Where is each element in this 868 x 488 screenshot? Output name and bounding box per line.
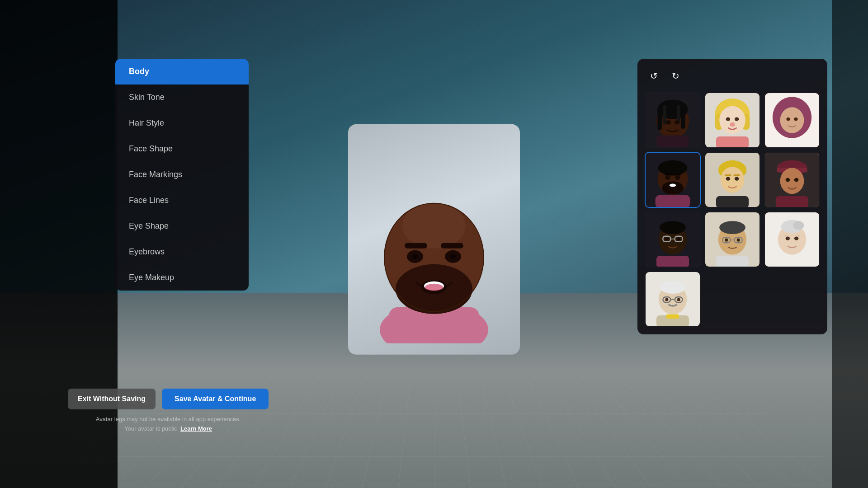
svg-point-70 — [660, 221, 686, 234]
svg-point-94 — [660, 281, 686, 294]
avatar-preset-9[interactable] — [764, 211, 820, 267]
svg-point-84 — [737, 239, 740, 242]
menu-item-eyebrows[interactable]: Eyebrows — [115, 239, 249, 265]
menu-item-eye-shape[interactable]: Eye Shape — [115, 213, 249, 239]
svg-point-5 — [402, 203, 466, 249]
svg-rect-27 — [656, 136, 689, 147]
avatar-preset-5[interactable] — [704, 152, 760, 208]
svg-point-46 — [665, 175, 670, 180]
svg-point-39 — [780, 107, 804, 133]
svg-point-16 — [425, 284, 443, 291]
menu-item-face-shape[interactable]: Face Shape — [115, 136, 249, 162]
svg-point-40 — [786, 117, 790, 121]
svg-point-79 — [719, 221, 745, 234]
svg-rect-59 — [733, 174, 740, 176]
menu-item-face-lines[interactable]: Face Lines — [115, 188, 249, 213]
svg-rect-52 — [656, 195, 690, 207]
svg-rect-22 — [663, 105, 666, 124]
avatar-preset-4[interactable] — [645, 152, 701, 208]
disclaimer-text: Avatar legs may not be available in all … — [96, 415, 241, 434]
menu-item-face-markings[interactable]: Face Markings — [115, 162, 249, 188]
avatar-preset-2[interactable] — [704, 92, 760, 148]
svg-rect-67 — [776, 196, 808, 207]
svg-rect-21 — [657, 108, 662, 130]
avatar-preset-10[interactable] — [645, 271, 701, 327]
svg-point-11 — [450, 254, 456, 259]
svg-rect-36 — [716, 136, 749, 147]
avatar-preset-8[interactable] — [704, 211, 760, 267]
svg-rect-48 — [665, 174, 672, 176]
svg-point-90 — [786, 236, 790, 240]
redo-button[interactable]: ↻ — [668, 69, 683, 83]
menu-item-eye-makeup[interactable]: Eye Makeup — [115, 265, 249, 291]
svg-point-55 — [721, 167, 745, 193]
avatar-preview — [348, 124, 520, 355]
svg-point-57 — [735, 177, 739, 180]
svg-point-32 — [719, 106, 745, 134]
svg-point-34 — [735, 117, 739, 121]
svg-point-74 — [665, 237, 668, 240]
avatar-preset-6[interactable] — [764, 152, 820, 208]
menu-item-skin-tone[interactable]: Skin Tone — [115, 84, 249, 110]
avatar-illustration — [362, 136, 506, 343]
avatar-grid — [645, 92, 820, 327]
svg-rect-6 — [405, 243, 427, 249]
svg-point-91 — [794, 236, 799, 240]
avatar-grid-panel: ↺ ↻ — [637, 59, 827, 334]
svg-point-44 — [658, 160, 688, 176]
svg-point-64 — [780, 168, 804, 194]
svg-point-47 — [675, 175, 680, 180]
bottom-action-area: Exit Without Saving Save Avatar & Contin… — [68, 389, 269, 434]
svg-point-26 — [675, 120, 680, 125]
svg-rect-60 — [716, 196, 749, 207]
svg-point-56 — [726, 177, 731, 180]
svg-point-83 — [725, 239, 728, 242]
menu-item-hair-style[interactable]: Hair Style — [115, 110, 249, 136]
svg-point-66 — [794, 178, 799, 182]
svg-point-9 — [412, 254, 418, 259]
svg-rect-7 — [441, 243, 463, 249]
svg-rect-85 — [716, 256, 749, 267]
svg-point-98 — [665, 298, 668, 301]
menu-item-body[interactable]: Body — [115, 59, 249, 84]
svg-rect-58 — [725, 174, 731, 176]
grid-toolbar: ↺ ↻ — [645, 66, 820, 86]
undo-button[interactable]: ↺ — [646, 69, 661, 83]
svg-rect-49 — [673, 174, 681, 176]
learn-more-link[interactable]: Learn More — [180, 425, 212, 432]
svg-point-35 — [730, 122, 735, 127]
exit-button[interactable]: Exit Without Saving — [68, 389, 156, 409]
avatar-preset-7[interactable] — [645, 211, 701, 267]
button-row: Exit Without Saving Save Avatar & Contin… — [68, 389, 269, 409]
svg-point-25 — [665, 120, 671, 125]
disclaimer-line1: Avatar legs may not be available in all … — [96, 415, 241, 424]
svg-point-75 — [677, 237, 680, 240]
svg-point-13 — [436, 267, 443, 276]
svg-point-33 — [726, 117, 731, 121]
svg-point-51 — [670, 183, 676, 187]
svg-point-41 — [794, 117, 797, 121]
dark-right-panel — [832, 0, 868, 488]
svg-rect-76 — [656, 256, 689, 267]
svg-point-89 — [793, 221, 804, 230]
svg-point-99 — [677, 298, 680, 301]
svg-rect-23 — [681, 108, 685, 129]
disclaimer-line2: Your avatar is public. Learn More — [96, 424, 241, 434]
avatar-preset-1[interactable] — [645, 92, 701, 148]
avatar-preset-3[interactable] — [764, 92, 820, 148]
svg-rect-24 — [677, 105, 680, 122]
svg-rect-101 — [666, 314, 679, 319]
save-button[interactable]: Save Avatar & Continue — [162, 389, 269, 409]
menu-panel: Body Skin Tone Hair Style Face Shape Fac… — [115, 59, 249, 291]
svg-point-65 — [786, 178, 790, 182]
svg-point-12 — [426, 267, 433, 276]
